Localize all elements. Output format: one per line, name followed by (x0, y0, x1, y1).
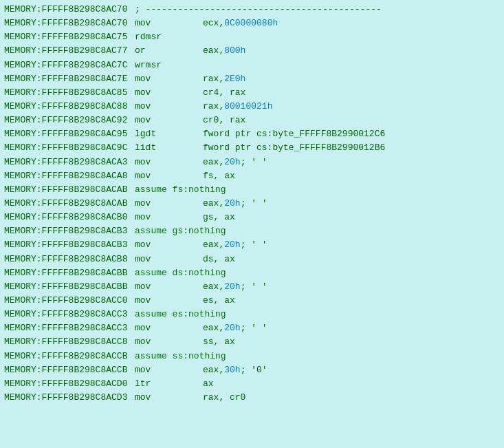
address: MEMORY:FFFFF8B298C8ACD0 (4, 377, 135, 391)
table-row: MEMORY:FFFFF8B298C8ACD0 ltr ax (4, 377, 500, 391)
table-row: MEMORY:FFFFF8B298C8ACABassume fs:nothing (4, 183, 500, 197)
table-row: MEMORY:FFFFF8B298C8ACA3 mov eax, 20h ; '… (4, 156, 500, 169)
table-row: MEMORY:FFFFF8B298C8ACB3 mov eax, 20h ; '… (4, 238, 500, 252)
address: MEMORY:FFFFF8B298C8AC9C (4, 141, 135, 155)
table-row: MEMORY:FFFFF8B298C8AC70 ; --------------… (4, 3, 500, 17)
address: MEMORY:FFFFF8B298C8AC92 (4, 114, 135, 127)
address: MEMORY:FFFFF8B298C8ACC3 (4, 308, 135, 321)
address: MEMORY:FFFFF8B298C8ACB3 (4, 224, 135, 238)
address: MEMORY:FFFFF8B298C8AC7C (4, 58, 135, 72)
address: MEMORY:FFFFF8B298C8AC7E (4, 72, 135, 86)
address: MEMORY:FFFFF8B298C8ACCB (4, 363, 135, 377)
table-row: MEMORY:FFFFF8B298C8ACA8 mov fs, ax (4, 169, 500, 183)
table-row: MEMORY:FFFFF8B298C8AC88 mov rax, 8001002… (4, 100, 500, 114)
table-row: MEMORY:FFFFF8B298C8AC85 mov cr4, rax (4, 86, 500, 100)
address: MEMORY:FFFFF8B298C8ACBB (4, 280, 135, 294)
table-row: MEMORY:FFFFF8B298C8AC7C wrmsr (4, 58, 500, 72)
code-view: MEMORY:FFFFF8B298C8AC70 ; --------------… (0, 0, 504, 448)
address: MEMORY:FFFFF8B298C8ACA8 (4, 169, 135, 183)
table-row: MEMORY:FFFFF8B298C8ACC8 mov ss, ax (4, 335, 500, 349)
table-row: MEMORY:FFFFF8B298C8ACC0 mov es, ax (4, 294, 500, 308)
address: MEMORY:FFFFF8B298C8AC70 (4, 17, 135, 30)
address: MEMORY:FFFFF8B298C8ACB0 (4, 211, 135, 224)
table-row: MEMORY:FFFFF8B298C8ACB3assume gs:nothing (4, 224, 500, 238)
address: MEMORY:FFFFF8B298C8ACC3 (4, 321, 135, 335)
table-row: MEMORY:FFFFF8B298C8ACC3assume es:nothing (4, 308, 500, 321)
address: MEMORY:FFFFF8B298C8ACCB (4, 350, 135, 363)
table-row: MEMORY:FFFFF8B298C8ACD3 mov rax, cr0 (4, 391, 500, 405)
table-row: MEMORY:FFFFF8B298C8ACCB mov eax, 30h ; '… (4, 363, 500, 377)
address: MEMORY:FFFFF8B298C8ACBB (4, 266, 135, 280)
address: MEMORY:FFFFF8B298C8ACA3 (4, 156, 135, 169)
table-row: MEMORY:FFFFF8B298C8AC77 or eax, 800h (4, 44, 500, 58)
address: MEMORY:FFFFF8B298C8AC70 (4, 3, 135, 17)
table-row: MEMORY:FFFFF8B298C8ACAB mov eax, 20h ; '… (4, 197, 500, 211)
table-row: MEMORY:FFFFF8B298C8AC70 mov ecx, 0C00000… (4, 17, 500, 30)
address: MEMORY:FFFFF8B298C8ACC0 (4, 294, 135, 308)
address: MEMORY:FFFFF8B298C8ACAB (4, 183, 135, 197)
table-row: MEMORY:FFFFF8B298C8AC7E mov rax, 2E0h (4, 72, 500, 86)
address: MEMORY:FFFFF8B298C8ACB3 (4, 238, 135, 252)
table-row: MEMORY:FFFFF8B298C8ACB8 mov ds, ax (4, 253, 500, 266)
address: MEMORY:FFFFF8B298C8ACD3 (4, 391, 135, 405)
table-row: MEMORY:FFFFF8B298C8ACB0 mov gs, ax (4, 211, 500, 224)
table-row: MEMORY:FFFFF8B298C8AC9C lidt fword ptr c… (4, 141, 500, 155)
table-row: MEMORY:FFFFF8B298C8ACC3 mov eax, 20h ; '… (4, 321, 500, 335)
address: MEMORY:FFFFF8B298C8ACB8 (4, 253, 135, 266)
table-row: MEMORY:FFFFF8B298C8ACBB mov eax, 20h ; '… (4, 280, 500, 294)
address: MEMORY:FFFFF8B298C8ACAB (4, 197, 135, 211)
table-row: MEMORY:FFFFF8B298C8ACCBassume ss:nothing (4, 350, 500, 363)
address: MEMORY:FFFFF8B298C8ACC8 (4, 335, 135, 349)
address: MEMORY:FFFFF8B298C8AC85 (4, 86, 135, 100)
address: MEMORY:FFFFF8B298C8AC95 (4, 127, 135, 141)
address: MEMORY:FFFFF8B298C8AC88 (4, 100, 135, 114)
table-row: MEMORY:FFFFF8B298C8AC75 rdmsr (4, 30, 500, 44)
table-row: MEMORY:FFFFF8B298C8ACBBassume ds:nothing (4, 266, 500, 280)
table-row: MEMORY:FFFFF8B298C8AC92 mov cr0, rax (4, 114, 500, 127)
address: MEMORY:FFFFF8B298C8AC77 (4, 44, 135, 58)
address: MEMORY:FFFFF8B298C8AC75 (4, 30, 135, 44)
table-row: MEMORY:FFFFF8B298C8AC95 lgdt fword ptr c… (4, 127, 500, 141)
